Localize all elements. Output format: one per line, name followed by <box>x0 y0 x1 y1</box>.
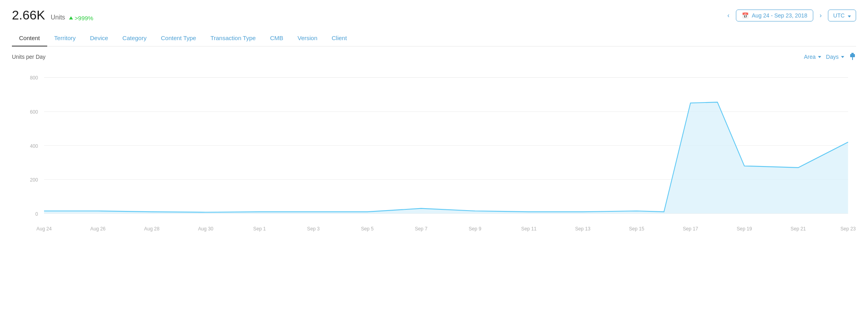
svg-text:Sep 5: Sep 5 <box>361 226 374 232</box>
svg-text:Sep 17: Sep 17 <box>683 226 698 232</box>
svg-text:Aug 26: Aug 26 <box>90 226 106 232</box>
svg-text:Sep 3: Sep 3 <box>307 226 320 232</box>
svg-text:200: 200 <box>30 177 38 183</box>
timezone-label: UTC <box>833 12 845 19</box>
days-button[interactable]: Days <box>826 54 844 60</box>
units-value: 2.66K <box>12 8 45 23</box>
date-range-button[interactable]: 📅 Aug 24 - Sep 23, 2018 <box>736 10 813 21</box>
date-range-label: Aug 24 - Sep 23, 2018 <box>752 12 807 19</box>
tab-device[interactable]: Device <box>83 30 115 46</box>
svg-text:Sep 19: Sep 19 <box>737 226 752 232</box>
svg-text:Sep 13: Sep 13 <box>575 226 591 232</box>
area-view-button[interactable]: Area <box>804 54 822 60</box>
next-date-button[interactable]: › <box>816 10 825 21</box>
svg-text:800: 800 <box>30 75 38 81</box>
tab-cmb[interactable]: CMB <box>263 30 290 46</box>
tab-client[interactable]: Client <box>325 30 354 46</box>
svg-text:600: 600 <box>30 109 38 115</box>
pin-button[interactable] <box>849 53 856 61</box>
svg-text:Sep 9: Sep 9 <box>469 226 481 232</box>
svg-text:Sep 21: Sep 21 <box>791 226 806 232</box>
svg-text:Sep 1: Sep 1 <box>253 226 266 232</box>
days-chevron-icon <box>841 56 844 58</box>
calendar-icon: 📅 <box>742 12 749 19</box>
tab-content-type[interactable]: Content Type <box>154 30 203 46</box>
prev-date-button[interactable]: ‹ <box>724 10 733 21</box>
svg-text:Sep 15: Sep 15 <box>629 226 644 232</box>
tab-version[interactable]: Version <box>290 30 325 46</box>
svg-rect-2 <box>852 57 853 60</box>
svg-rect-0 <box>851 53 854 54</box>
svg-text:Sep 7: Sep 7 <box>415 226 428 232</box>
svg-text:Sep 23: Sep 23 <box>840 226 856 232</box>
svg-text:400: 400 <box>30 143 38 149</box>
svg-text:Sep 11: Sep 11 <box>521 226 537 232</box>
units-per-day-label: Units per Day <box>12 54 46 60</box>
chevron-down-icon <box>848 15 851 17</box>
svg-text:Aug 28: Aug 28 <box>144 226 159 232</box>
days-label: Days <box>826 54 839 60</box>
svg-text:0: 0 <box>35 211 38 217</box>
svg-rect-1 <box>850 54 855 57</box>
chart-svg: 800 600 400 200 0 Aug 24 Aug 26 Aug 28 A… <box>12 65 856 248</box>
tab-content[interactable]: Content <box>12 30 47 46</box>
svg-marker-13 <box>44 102 848 213</box>
area-label: Area <box>804 54 816 60</box>
tab-bar: Content Territory Device Category Conten… <box>12 30 856 46</box>
tab-territory[interactable]: Territory <box>47 30 83 46</box>
svg-text:Aug 30: Aug 30 <box>198 226 213 232</box>
units-label: Units <box>51 14 65 21</box>
tab-transaction-type[interactable]: Transaction Type <box>203 30 263 46</box>
area-chevron-icon <box>818 56 821 58</box>
svg-text:Aug 24: Aug 24 <box>36 226 52 232</box>
timezone-button[interactable]: UTC <box>828 10 856 21</box>
arrow-up-icon <box>69 16 73 19</box>
tab-category[interactable]: Category <box>115 30 154 46</box>
chart-area: 800 600 400 200 0 Aug 24 Aug 26 Aug 28 A… <box>12 65 856 248</box>
change-label: >999% <box>75 15 93 21</box>
